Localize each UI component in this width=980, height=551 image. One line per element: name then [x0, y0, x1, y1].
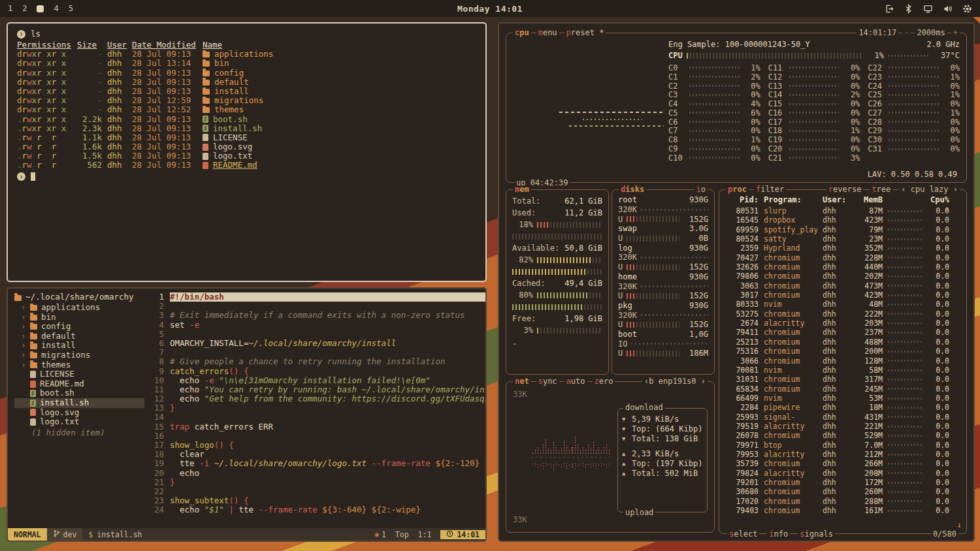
workspace-button[interactable]: 4 [54, 4, 58, 13]
download-stat: ▼Top: (664 Kibp) [622, 424, 703, 433]
disks-box: disks io root930G320KU152Gswap3.0GU0Blog… [612, 189, 715, 375]
process-row[interactable]: 53275chromiumdhh222M0.0 [726, 309, 949, 319]
tree-item-install[interactable]: ›install [14, 341, 144, 351]
process-row[interactable]: 80333nvimdhh48M0.0 [726, 300, 949, 309]
process-row[interactable]: 80524sattydhh23M0.0 [726, 234, 949, 244]
net-mode-auto[interactable]: auto [564, 377, 587, 386]
preset-button[interactable]: preset * [564, 29, 606, 37]
editor-line: 6OMARCHY_INSTALL=~/.local/share/omarchy/… [148, 339, 485, 348]
proc-box: proc filter reversetree‹ cpu lazy › Pid:… [719, 189, 967, 534]
workspace-active[interactable] [37, 5, 44, 12]
process-row[interactable]: 26078chromiumdhh529M0.0 [726, 431, 949, 440]
shell-icon [203, 116, 208, 123]
proc-footer-info[interactable]: info [767, 530, 790, 539]
process-row[interactable]: 79519alacrittydhh221M0.0 [726, 422, 949, 431]
cpu-box-title[interactable]: cpu [513, 29, 531, 37]
tree-item-migrations[interactable]: ›migrations [14, 351, 144, 360]
logout-icon[interactable] [884, 4, 894, 14]
core-row: C190% [768, 135, 860, 144]
process-row[interactable]: 79411chromiumdhh237M0.0 [726, 328, 949, 337]
process-row[interactable]: 16545dropboxdhh423M0.0 [726, 215, 949, 225]
process-row[interactable]: 79953alacrittydhh212M0.0 [726, 450, 949, 459]
git-branch[interactable]: dev [47, 528, 83, 541]
proc-box-title[interactable]: proc [726, 185, 749, 194]
process-row[interactable]: 79971btopdhh7.0M0.0 [726, 441, 949, 450]
editor[interactable]: 1#!/bin/bash23# Exit immediately if a co… [148, 289, 485, 528]
process-row[interactable]: 2359Hyprlanddhh352M0.0 [726, 244, 949, 253]
volume-icon[interactable] [943, 4, 953, 14]
file-tree-root[interactable]: ~/.local/share/omarchy [14, 292, 144, 302]
process-row[interactable]: 2674alacrittydhh203M0.0 [726, 319, 949, 328]
tree-item-boot.sh[interactable]: boot.sh [14, 388, 144, 398]
process-row[interactable]: 3017chromiumdhh423M0.0 [726, 291, 949, 300]
editor-line: 14 [148, 413, 485, 422]
tree-item-default[interactable]: ›default [14, 332, 144, 341]
tree-item-LICENSE[interactable]: LICENSE [14, 370, 144, 379]
proc-footer-signals[interactable]: signals [798, 530, 835, 539]
process-row[interactable]: 25213chromiumdhh488M0.0 [726, 338, 949, 347]
tree-item-config[interactable]: ›config [14, 322, 144, 332]
process-row[interactable]: 2284pipewiredhh18M0.0 [726, 403, 949, 412]
tree-item-logo.svg[interactable]: logo.svg [14, 408, 144, 418]
process-row[interactable]: 79824alacrittydhh208M0.0 [726, 469, 949, 478]
process-row[interactable]: 70427chromiumdhh228M0.0 [726, 253, 949, 262]
process-row[interactable]: 3066chromiumdhh128M0.0 [726, 356, 949, 366]
process-row[interactable]: 32626chromiumdhh440M0.0 [726, 262, 949, 272]
net-mode-sync[interactable]: sync [536, 377, 559, 386]
disk-entry-home: home930G [618, 272, 708, 282]
tree-item-applications[interactable]: ›applications [14, 303, 144, 313]
disks-box-title[interactable]: disks [619, 185, 646, 194]
folder-icon [203, 89, 210, 95]
tree-item-bin[interactable]: ›bin [14, 313, 144, 323]
workspace-button[interactable]: 2 [22, 4, 27, 13]
mem-box-title[interactable]: mem [513, 185, 531, 194]
tree-item-install.sh[interactable]: install.sh [14, 398, 144, 408]
process-row[interactable]: 80531slurpdhh87M0.0 [726, 206, 949, 215]
process-row[interactable]: 69959spotify_playerdhh79M0.0 [726, 225, 949, 234]
process-row[interactable]: 17020chromiumdhh288M0.0 [726, 497, 949, 506]
process-row[interactable]: 75316chromiumdhh200M0.0 [726, 347, 949, 356]
proc-option-filter[interactable]: filter [754, 185, 786, 194]
interval-plus-button[interactable]: + [951, 29, 960, 37]
core-row: C56% [668, 108, 760, 118]
process-row[interactable]: 30680chromiumdhh260M0.0 [726, 487, 949, 496]
process-row[interactable]: 65834chromiumdhh245M0.0 [726, 385, 949, 394]
tree-item-themes[interactable]: ›themes [14, 360, 144, 370]
process-row[interactable]: 35739chromiumdhh266M0.0 [726, 459, 949, 468]
net-mode-zero[interactable]: zero [593, 377, 615, 386]
editor-line: 19 tte -i ~/.local/share/omarchy/logo.tx… [148, 459, 485, 468]
tree-item-logo.txt[interactable]: logo.txt [14, 417, 144, 427]
tree-item-README.md[interactable]: README.md [14, 379, 144, 389]
command-text: ls [31, 29, 41, 39]
folder-icon [30, 315, 37, 321]
process-row[interactable]: 31031chromiumdhh317M0.0 [726, 375, 949, 384]
process-row[interactable]: 79403chromiumdhh161M0.0 [726, 506, 949, 515]
io-mode-button[interactable]: io [694, 185, 708, 194]
proc-footer-select[interactable]: select [727, 530, 759, 539]
core-row: C30% [668, 90, 760, 99]
network-icon[interactable] [923, 4, 933, 14]
proc-option[interactable]: reverse [826, 185, 864, 194]
process-row[interactable]: 79201chromiumdhh172M0.0 [726, 478, 949, 487]
process-row[interactable]: 25993signal-desktopdhh431M0.0 [726, 413, 949, 422]
process-row[interactable]: 66499nvimdhh53M0.0 [726, 394, 949, 403]
process-row[interactable]: 70081nvimdhh58M0.0 [726, 366, 949, 375]
core-row: C70% [668, 127, 760, 136]
terminal-body[interactable]: ❯ ls PermissionsSizeUserDate ModifiedNam… [8, 24, 485, 182]
scroll-down-arrow[interactable]: ↓ [957, 520, 962, 529]
proc-option[interactable]: ‹ cpu lazy › [899, 185, 960, 194]
net-scale-top: 33K [513, 390, 527, 399]
terminal-cursor[interactable] [31, 172, 35, 181]
proc-option[interactable]: tree [870, 185, 892, 194]
net-box-title[interactable]: net [513, 377, 531, 386]
workspace-button[interactable]: 1 [8, 4, 12, 13]
interval-minus-button[interactable]: - [902, 29, 911, 37]
workspace-button[interactable]: 5 [69, 4, 73, 13]
bluetooth-icon[interactable] [904, 4, 913, 14]
settings-icon[interactable] [962, 4, 972, 14]
menu-button[interactable]: menu [536, 29, 559, 37]
process-row[interactable]: 3063chromiumdhh473M0.0 [726, 281, 949, 291]
editor-line: 15trap catch_errors ERR [148, 422, 485, 432]
process-row[interactable]: 79806chromiumdhh202M0.0 [726, 272, 949, 281]
net-interface[interactable]: ‹b enp191s0 › [642, 377, 708, 386]
